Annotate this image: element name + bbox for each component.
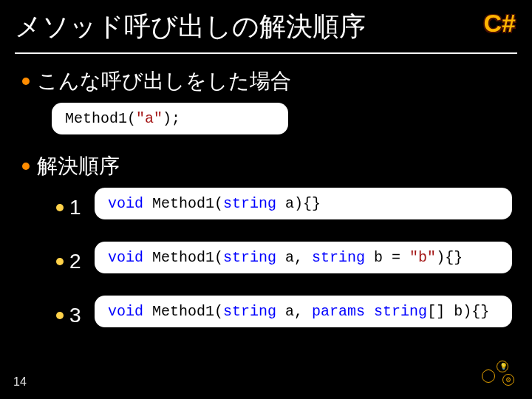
order-item-3: 3 void Method1(string a, params string[]… — [56, 293, 517, 338]
order-item-1: 1 void Method1(string a){} — [56, 185, 517, 230]
bullet-icon — [22, 163, 30, 170]
bullet-icon — [56, 312, 64, 319]
kw-void: void — [108, 195, 143, 212]
section-1-heading-row: こんな呼び出しをした場合 — [22, 67, 517, 95]
kw-string: string — [223, 303, 276, 320]
title-rule — [15, 52, 517, 54]
kw-string: string — [312, 249, 365, 266]
sig-tail: [] b){} — [427, 303, 489, 320]
sig-mid: a, — [276, 303, 312, 320]
sig-name: Method1( — [143, 303, 223, 320]
code-sig-3: void Method1(string a, params string[] b… — [95, 296, 512, 327]
sig-sp — [365, 303, 374, 320]
kw-params: params — [312, 303, 365, 320]
sig-mid: a, — [276, 249, 312, 266]
bullet-icon — [56, 204, 64, 211]
code-sig-1: void Method1(string a){} — [95, 188, 512, 219]
slide-title: メソッド呼び出しの解決順序 — [0, 9, 532, 52]
order-num-2: 2 — [69, 250, 86, 273]
sig-tail: ){} — [436, 249, 463, 266]
order-num-1: 1 — [69, 196, 86, 219]
sig-name: Method1( — [143, 195, 223, 212]
sig-mid2: b = — [365, 249, 409, 266]
section-1-heading: こんな呼び出しをした場合 — [37, 67, 291, 95]
sig-lit: "b" — [409, 249, 436, 266]
csharp-logo: C# — [484, 9, 516, 38]
kw-string: string — [374, 303, 427, 320]
order-num-3: 3 — [69, 304, 86, 327]
code-close: ); — [163, 110, 180, 127]
kw-void: void — [108, 249, 143, 266]
code-open: ( — [127, 110, 136, 127]
section-2-heading-row: 解決順序 — [22, 152, 517, 180]
order-item-2: 2 void Method1(string a, string b = "b")… — [56, 239, 517, 284]
code-sig-2: void Method1(string a, string b = "b"){} — [95, 242, 512, 273]
kw-string: string — [223, 195, 276, 212]
slide-content: こんな呼び出しをした場合 Method1("a"); 解決順序 1 void M… — [0, 63, 532, 338]
section-2-heading: 解決順序 — [37, 152, 120, 180]
bullet-icon — [56, 258, 64, 265]
footer-decoration-icon: 💡 ⚙ — [480, 359, 519, 389]
bullet-icon — [22, 78, 30, 85]
kw-void: void — [108, 303, 143, 320]
slide: メソッド呼び出しの解決順序 C# こんな呼び出しをした場合 Method1("a… — [0, 0, 532, 399]
code-call-arg: "a" — [136, 110, 163, 127]
sig-tail: a){} — [276, 195, 321, 212]
code-call-name: Method1 — [65, 110, 127, 127]
code-call-box: Method1("a"); — [52, 103, 288, 134]
kw-string: string — [223, 249, 276, 266]
sig-name: Method1( — [143, 249, 223, 266]
page-number: 14 — [13, 375, 27, 389]
